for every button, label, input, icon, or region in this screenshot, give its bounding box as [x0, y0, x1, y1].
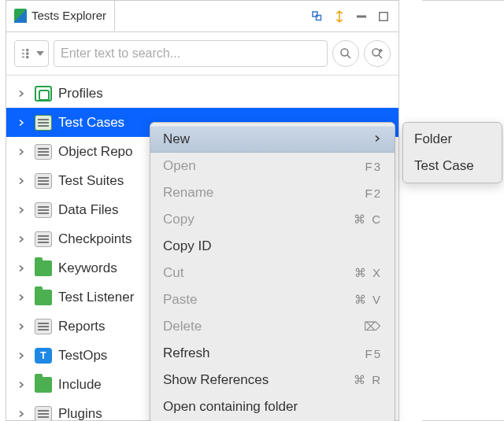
menu-shortcut: ⌘ X	[354, 266, 382, 280]
svg-rect-2	[358, 16, 366, 17]
context-menu: New Open F3 Rename F2 Copy ⌘ C Copy ID C…	[150, 122, 395, 421]
tree-label: Profiles	[58, 86, 103, 102]
tree-label: Reports	[58, 319, 106, 334]
menu-item-copy[interactable]: Copy ⌘ C	[150, 206, 395, 233]
menu-shortcut: ⌘ R	[354, 373, 382, 387]
chevron-right-icon	[14, 118, 28, 127]
tree-label: TestOps	[58, 348, 107, 364]
tab-bar: Tests Explorer	[6, 1, 398, 32]
link-with-editor-icon[interactable]	[331, 8, 348, 25]
menu-label: Delete	[163, 319, 202, 334]
menu-label: Cut	[163, 265, 183, 281]
submenu-item-folder[interactable]: Folder	[403, 126, 502, 153]
menu-label: Paste	[163, 292, 197, 308]
tab-tests-explorer[interactable]: Tests Explorer	[6, 1, 115, 31]
tree-label: Test Listener	[58, 290, 134, 305]
chevron-right-icon	[14, 147, 28, 157]
menu-item-copy-id[interactable]: Copy ID	[150, 233, 395, 260]
checkpoints-icon	[35, 231, 52, 247]
menu-item-refresh[interactable]: Refresh F5	[150, 340, 395, 367]
tree-label: Include	[58, 377, 102, 393]
tree-label: Test Suites	[58, 173, 124, 189]
menu-label: Show References	[163, 372, 269, 388]
folder-icon	[35, 290, 52, 305]
menu-shortcut: ⌘ C	[354, 212, 382, 227]
profiles-icon	[35, 86, 52, 102]
test-cases-icon	[35, 115, 52, 131]
menu-label: Open containing folder	[163, 399, 298, 415]
menu-shortcut: F3	[365, 160, 382, 173]
menu-label: Open	[163, 158, 196, 174]
tree-label: Data Files	[58, 202, 119, 218]
menu-label: Test Case	[414, 158, 474, 174]
chevron-right-icon	[372, 131, 382, 147]
maximize-icon[interactable]	[375, 8, 392, 25]
svg-rect-3	[380, 12, 388, 20]
chevron-right-icon	[14, 205, 28, 215]
search-button[interactable]	[332, 40, 359, 67]
app-logo-icon	[14, 9, 27, 23]
menu-shortcut: ⌦	[364, 319, 382, 334]
tree-item-profiles[interactable]: Profiles	[6, 79, 398, 108]
context-submenu-new: Folder Test Case	[402, 122, 502, 183]
adjacent-panel	[422, 0, 504, 421]
menu-label: Copy	[163, 212, 195, 227]
object-repository-icon	[35, 144, 52, 160]
filter-dropdown-button[interactable]	[14, 40, 49, 67]
search-row	[6, 32, 398, 76]
tree-label: Object Repo	[58, 144, 133, 160]
plugins-icon	[35, 406, 52, 422]
svg-point-5	[26, 53, 28, 54]
folder-icon	[35, 260, 52, 276]
testops-icon: T	[35, 348, 52, 364]
menu-item-open-containing-folder[interactable]: Open containing folder	[150, 393, 395, 420]
submenu-item-test-case[interactable]: Test Case	[403, 153, 502, 179]
chevron-right-icon	[14, 293, 28, 302]
menu-item-new[interactable]: New	[150, 126, 395, 153]
caret-down-icon	[36, 51, 44, 56]
menu-item-open[interactable]: Open F3	[150, 153, 395, 179]
tab-actions	[309, 1, 398, 31]
svg-point-6	[26, 56, 28, 57]
svg-point-4	[26, 49, 28, 50]
expand-all-icon[interactable]	[309, 8, 326, 25]
tree-label: Checkpoints	[58, 231, 132, 247]
svg-point-8	[372, 49, 380, 56]
menu-item-delete[interactable]: Delete ⌦	[150, 313, 395, 340]
menu-shortcut: F2	[365, 186, 382, 200]
search-input[interactable]	[54, 40, 328, 67]
folder-icon	[35, 377, 52, 393]
chevron-right-icon	[14, 176, 28, 186]
menu-item-cut[interactable]: Cut ⌘ X	[150, 260, 395, 286]
menu-label: Copy ID	[163, 238, 211, 254]
data-files-icon	[35, 202, 52, 218]
minimize-icon[interactable]	[353, 8, 370, 25]
chevron-right-icon	[14, 264, 28, 273]
reports-icon	[35, 319, 52, 334]
menu-label: Refresh	[163, 345, 210, 361]
menu-label: Folder	[414, 131, 452, 147]
menu-shortcut: ⌘ V	[354, 293, 382, 307]
menu-item-paste[interactable]: Paste ⌘ V	[150, 286, 395, 313]
test-suites-icon	[35, 173, 52, 189]
chevron-right-icon	[14, 409, 28, 419]
menu-label: New	[163, 131, 190, 147]
menu-shortcut: F5	[365, 347, 382, 360]
chevron-right-icon	[14, 89, 28, 98]
svg-point-7	[341, 49, 348, 56]
search-add-button[interactable]	[364, 40, 391, 67]
chevron-right-icon	[14, 351, 28, 360]
menu-item-show-references[interactable]: Show References ⌘ R	[150, 367, 395, 393]
chevron-right-icon	[14, 235, 28, 244]
tab-title: Tests Explorer	[32, 9, 106, 22]
menu-item-rename[interactable]: Rename F2	[150, 179, 395, 206]
tree-label: Plugins	[58, 406, 102, 422]
tree-label: Keywords	[58, 260, 117, 276]
chevron-right-icon	[14, 322, 28, 331]
chevron-right-icon	[14, 380, 28, 390]
menu-label: Rename	[163, 185, 213, 201]
tree-label: Test Cases	[58, 115, 124, 131]
